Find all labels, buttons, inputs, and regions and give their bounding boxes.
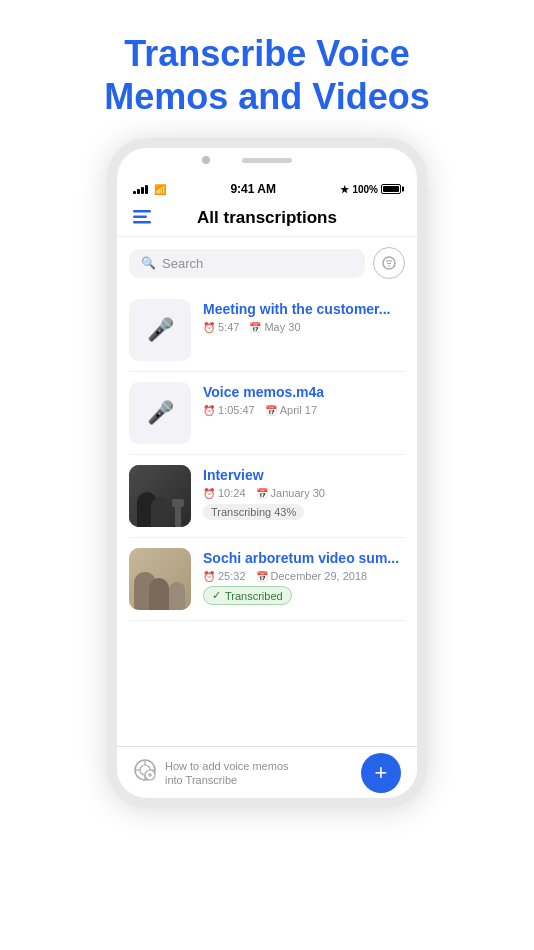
- page-title: Transcribe Voice Memos and Videos: [40, 32, 494, 118]
- phone-speaker: [242, 158, 292, 163]
- clock-icon: ⏰: [203, 488, 215, 499]
- video-thumbnail-sochi: [129, 548, 191, 610]
- item-date: 📅 December 29, 2018: [256, 570, 368, 582]
- bottom-hint[interactable]: How to add voice memos into Transcribe: [133, 758, 305, 787]
- microphone-icon: 🎤: [147, 317, 174, 343]
- calendar-icon: 📅: [256, 488, 268, 499]
- item-date: 📅 January 30: [256, 487, 325, 499]
- page-container: Transcribe Voice Memos and Videos 📶 9:41…: [0, 0, 534, 808]
- bottom-bar: How to add voice memos into Transcribe +: [117, 746, 417, 798]
- svg-rect-0: [133, 210, 151, 213]
- svg-rect-1: [133, 215, 147, 218]
- camera-head: [172, 499, 184, 507]
- item-date: 📅 April 17: [265, 404, 317, 416]
- clock-icon: ⏰: [203, 571, 215, 582]
- status-left: 📶: [133, 184, 166, 195]
- hint-text: How to add voice memos into Transcribe: [165, 759, 305, 788]
- calendar-icon: 📅: [249, 322, 261, 333]
- item-thumbnail: 🎤: [129, 382, 191, 444]
- item-info: Voice memos.m4a ⏰ 1:05:47 📅 April 17: [203, 382, 405, 419]
- silhouette: [149, 578, 169, 610]
- status-right: ★ 100%: [340, 184, 401, 195]
- item-title: Interview: [203, 467, 405, 483]
- bluetooth-icon: ★: [340, 184, 349, 195]
- clock-icon: ⏰: [203, 322, 215, 333]
- item-title: Meeting with the customer...: [203, 301, 405, 317]
- item-meta: ⏰ 10:24 📅 January 30: [203, 487, 405, 499]
- status-badge: Transcribing 43%: [203, 504, 304, 520]
- svg-rect-2: [133, 221, 151, 224]
- item-duration: ⏰ 1:05:47: [203, 404, 255, 416]
- search-icon: 🔍: [141, 256, 156, 270]
- item-meta: ⏰ 5:47 📅 May 30: [203, 321, 405, 333]
- item-thumbnail: [129, 465, 191, 527]
- item-title: Sochi arboretum video sum...: [203, 550, 405, 566]
- list-item[interactable]: Interview ⏰ 10:24 📅 January 30 Transc: [129, 455, 405, 538]
- hint-icon: [133, 758, 157, 787]
- status-badge: ✓ Transcribed: [203, 586, 292, 605]
- phone-frame: 📶 9:41 AM ★ 100%: [107, 138, 427, 808]
- search-section: 🔍 Search: [117, 237, 417, 289]
- battery-icon: [381, 184, 401, 194]
- wifi-icon: 📶: [154, 184, 166, 195]
- status-bar: 📶 9:41 AM ★ 100%: [117, 178, 417, 200]
- app-content: All transcriptions 🔍 Search: [117, 200, 417, 790]
- signal-bars-icon: [133, 184, 148, 194]
- item-thumbnail: 🎤: [129, 299, 191, 361]
- silhouette: [151, 497, 169, 527]
- item-meta: ⏰ 25:32 📅 December 29, 2018: [203, 570, 405, 582]
- phone-top: [117, 148, 417, 178]
- calendar-icon: 📅: [265, 405, 277, 416]
- transcription-list: 🎤 Meeting with the customer... ⏰ 5:47 📅 …: [117, 289, 417, 621]
- page-header: Transcribe Voice Memos and Videos: [0, 0, 534, 138]
- menu-icon[interactable]: [133, 208, 151, 229]
- item-info: Sochi arboretum video sum... ⏰ 25:32 📅 D…: [203, 548, 405, 605]
- item-thumbnail: [129, 548, 191, 610]
- item-duration: ⏰ 5:47: [203, 321, 239, 333]
- video-thumbnail-interview: [129, 465, 191, 527]
- item-info: Interview ⏰ 10:24 📅 January 30 Transc: [203, 465, 405, 520]
- list-item[interactable]: 🎤 Voice memos.m4a ⏰ 1:05:47 📅 April 17: [129, 372, 405, 455]
- fab-button[interactable]: +: [361, 753, 401, 793]
- search-bar[interactable]: 🔍 Search: [129, 249, 365, 278]
- list-item[interactable]: Sochi arboretum video sum... ⏰ 25:32 📅 D…: [129, 538, 405, 621]
- search-placeholder: Search: [162, 256, 203, 271]
- calendar-icon: 📅: [256, 571, 268, 582]
- microphone-icon: 🎤: [147, 400, 174, 426]
- item-date: 📅 May 30: [249, 321, 300, 333]
- silhouette: [169, 582, 185, 610]
- item-duration: ⏰ 10:24: [203, 487, 246, 499]
- status-time: 9:41 AM: [230, 182, 276, 196]
- phone-camera: [202, 156, 210, 164]
- nav-bar: All transcriptions: [117, 200, 417, 237]
- battery-fill: [383, 186, 399, 192]
- nav-title: All transcriptions: [197, 208, 337, 228]
- clock-icon: ⏰: [203, 405, 215, 416]
- battery-percent: 100%: [352, 184, 378, 195]
- item-info: Meeting with the customer... ⏰ 5:47 📅 Ma…: [203, 299, 405, 336]
- item-title: Voice memos.m4a: [203, 384, 405, 400]
- item-duration: ⏰ 25:32: [203, 570, 246, 582]
- list-item[interactable]: 🎤 Meeting with the customer... ⏰ 5:47 📅 …: [129, 289, 405, 372]
- item-meta: ⏰ 1:05:47 📅 April 17: [203, 404, 405, 416]
- filter-button[interactable]: [373, 247, 405, 279]
